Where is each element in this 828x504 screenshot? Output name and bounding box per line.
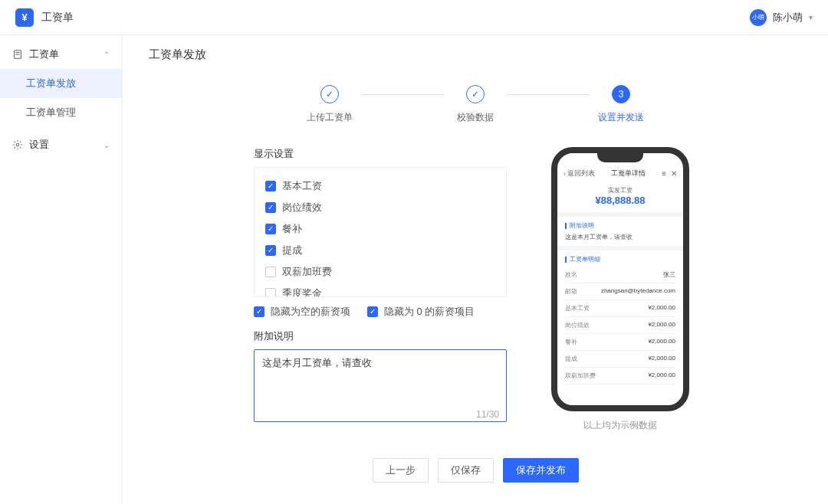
save-only-button[interactable]: 仅保存 xyxy=(438,458,494,483)
note-textarea[interactable] xyxy=(254,349,507,422)
app-logo: ¥ xyxy=(15,8,34,27)
step-check-icon: ✓ xyxy=(466,85,485,103)
document-icon xyxy=(12,49,23,60)
preview-row: 双薪加班费¥2,000.00 xyxy=(565,368,675,385)
note-label: 附加说明 xyxy=(254,329,507,343)
main-content: 工资单发放 ✓ 上传工资单 ✓ 校验数据 3 设置并发送 显示设置 基 xyxy=(123,35,828,504)
preview-title: 工资单详情 xyxy=(611,169,646,178)
display-settings-label: 显示设置 xyxy=(254,147,507,161)
preview-row-val: zhangsan@bytedance.com xyxy=(601,287,675,296)
save-publish-button[interactable]: 保存并发布 xyxy=(503,458,579,483)
step-number: 3 xyxy=(612,85,630,103)
hide-empty-checkbox[interactable]: 隐藏为空的薪资项 xyxy=(254,305,350,319)
preview-row: 基本工资¥2,000.00 xyxy=(565,300,675,317)
page-title: 工资单发放 xyxy=(149,47,802,62)
step-upload: ✓ 上传工资单 xyxy=(299,85,360,124)
checkbox[interactable] xyxy=(265,224,276,234)
sidebar-item-payroll-send[interactable]: 工资单发放 xyxy=(0,69,122,98)
preview-row-key: 岗位绩效 xyxy=(565,321,590,329)
header-left: ¥ 工资单 xyxy=(15,8,74,27)
checkbox[interactable] xyxy=(254,306,264,317)
checkbox[interactable] xyxy=(265,245,276,256)
sidebar-group-settings[interactable]: 设置 ⌄ xyxy=(0,130,122,159)
preview-row-val: ¥2,000.00 xyxy=(648,371,675,380)
checkbox-label: 隐藏为 0 的薪资项目 xyxy=(384,305,475,319)
field-checkbox-row[interactable]: 双薪加班费 xyxy=(265,261,495,283)
step-divider xyxy=(360,94,445,95)
checkbox[interactable] xyxy=(265,288,276,297)
preview-row-val: ¥2,000.00 xyxy=(648,338,675,346)
step-check-icon: ✓ xyxy=(320,85,339,103)
field-checkbox-row[interactable]: 岗位绩效 xyxy=(265,197,495,218)
preview-row-key: 基本工资 xyxy=(565,304,590,313)
sidebar-item-payroll-manage[interactable]: 工资单管理 xyxy=(0,98,122,127)
preview-detail-title: 工资单明细 xyxy=(565,255,675,263)
chevron-down-icon: ⌄ xyxy=(104,141,110,149)
app-title: 工资单 xyxy=(41,11,74,25)
field-checkbox-row[interactable]: 餐补 xyxy=(265,218,495,240)
sidebar-group-payroll[interactable]: 工资单 ⌃ xyxy=(0,40,122,69)
field-checkbox-row[interactable]: 提成 xyxy=(265,240,495,261)
preview-row-val: 张三 xyxy=(663,270,675,279)
preview-row-key: 提成 xyxy=(565,355,577,363)
step-verify: ✓ 校验数据 xyxy=(445,85,506,124)
footer-buttons: 上一步 仅保存 保存并发布 xyxy=(149,458,802,483)
preview-row-key: 邮箱 xyxy=(565,287,577,296)
preview-row-key: 双薪加班费 xyxy=(565,371,596,380)
checkbox-label: 岗位绩效 xyxy=(282,201,322,214)
sidebar: 工资单 ⌃ 工资单发放 工资单管理 设置 ⌄ xyxy=(0,35,123,504)
checkbox[interactable] xyxy=(265,267,276,277)
preview-row-val: ¥2,000.00 xyxy=(648,355,675,363)
preview-row-key: 餐补 xyxy=(565,338,577,346)
preview-row-val: ¥2,000.00 xyxy=(648,304,675,313)
step-label: 设置并发送 xyxy=(598,111,644,124)
avatar: 小萌 xyxy=(750,9,767,26)
checkbox-label: 季度奖金 xyxy=(282,286,322,297)
app-header: ¥ 工资单 小萌 陈小萌 ▾ xyxy=(0,0,828,35)
prev-button[interactable]: 上一步 xyxy=(373,458,429,483)
checkbox-label: 双薪加班费 xyxy=(282,265,332,279)
phone-preview: ‹返回列表 工资单详情 ≡✕ 实发工资 ¥88,888.88 附加说明 这是本月… xyxy=(551,147,689,411)
sidebar-group-label: 工资单 xyxy=(29,47,59,61)
sidebar-group-label: 设置 xyxy=(29,138,49,152)
preview-note-title: 附加说明 xyxy=(565,221,675,230)
preview-row: 邮箱zhangsan@bytedance.com xyxy=(565,283,675,300)
checkbox-label: 餐补 xyxy=(282,222,302,236)
preview-header: ‹返回列表 工资单详情 ≡✕ xyxy=(557,165,683,182)
step-configure: 3 设置并发送 xyxy=(590,85,652,124)
field-checkbox-row[interactable]: 基本工资 xyxy=(265,175,495,197)
preview-amount-value: ¥88,888.88 xyxy=(557,195,683,206)
svg-point-3 xyxy=(16,143,19,146)
username: 陈小萌 xyxy=(773,11,803,25)
preview-row: 餐补¥2,000.00 xyxy=(565,334,675,351)
step-label: 校验数据 xyxy=(457,111,494,124)
field-checkbox-row[interactable]: 季度奖金 xyxy=(265,283,495,297)
preview-row-key: 姓名 xyxy=(565,270,577,279)
checkbox-label: 隐藏为空的薪资项 xyxy=(271,305,350,319)
checkbox[interactable] xyxy=(265,202,276,213)
checkbox[interactable] xyxy=(367,306,378,317)
wizard-steps: ✓ 上传工资单 ✓ 校验数据 3 设置并发送 xyxy=(149,85,802,124)
preview-back-label: 返回列表 xyxy=(567,169,595,178)
preview-row: 提成¥2,000.00 xyxy=(565,351,675,368)
hide-zero-checkbox[interactable]: 隐藏为 0 的薪资项目 xyxy=(367,305,475,319)
chevron-left-icon: ‹ xyxy=(564,170,566,178)
preview-row: 姓名张三 xyxy=(565,267,675,283)
preview-back: ‹返回列表 xyxy=(564,169,595,178)
preview-row: 岗位绩效¥2,000.00 xyxy=(565,317,675,334)
gear-icon xyxy=(12,139,23,150)
chevron-up-icon: ⌃ xyxy=(104,51,110,59)
checkbox[interactable] xyxy=(265,181,276,191)
chevron-down-icon: ▾ xyxy=(809,13,813,21)
preview-row-val: ¥2,000.00 xyxy=(648,321,675,329)
preview-note-text: 这是本月工资单，请查收 xyxy=(565,233,675,241)
char-counter: 11/30 xyxy=(476,409,499,420)
display-fields-list[interactable]: 基本工资 岗位绩效 餐补 提成 双薪加班费 季度奖金 养老保险个人部分 xyxy=(254,167,507,297)
preview-hint: 以上均为示例数据 xyxy=(583,419,657,432)
preview-amount-label: 实发工资 xyxy=(557,186,683,195)
phone-notch xyxy=(597,153,643,162)
step-label: 上传工资单 xyxy=(307,111,353,124)
checkbox-label: 基本工资 xyxy=(282,179,322,193)
user-menu[interactable]: 小萌 陈小萌 ▾ xyxy=(750,9,813,26)
checkbox-label: 提成 xyxy=(282,244,302,257)
